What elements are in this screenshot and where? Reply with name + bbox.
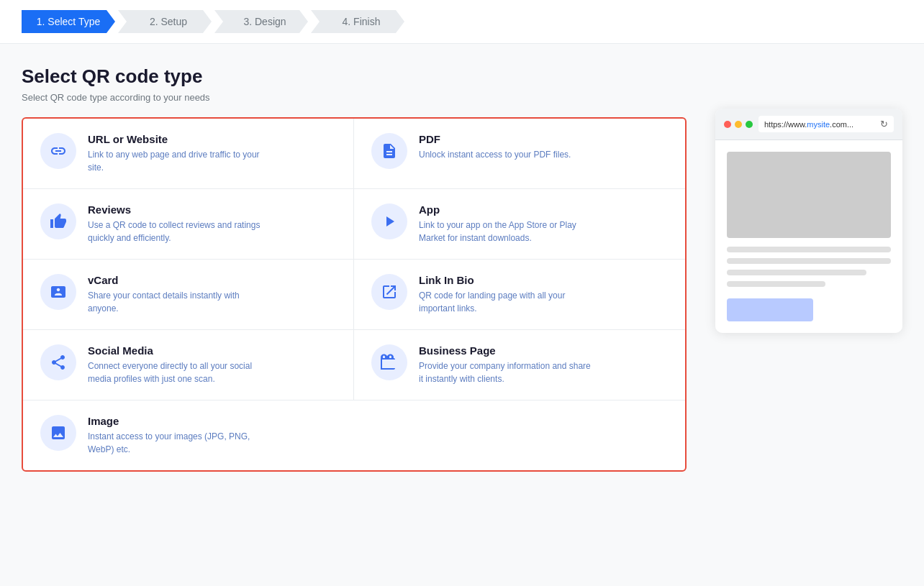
qr-item-businesspage[interactable]: Business Page Provide your company infor… — [354, 330, 685, 400]
link-icon — [50, 142, 67, 160]
qr-grid-wrapper: URL or Website Link to any web page and … — [22, 117, 687, 472]
linkinbio-item-text: Link In Bio QR code for landing page wit… — [419, 274, 592, 315]
socialmedia-desc: Connect everyone directly to all your so… — [88, 360, 261, 385]
browser-bar: https://www.mysite.com... ↻ — [715, 109, 902, 140]
qr-item-url[interactable]: URL or Website Link to any web page and … — [23, 119, 354, 189]
url-text: https://www.mysite.com... — [764, 120, 853, 129]
socialmedia-icon-circle — [40, 344, 76, 380]
traffic-light-green — [746, 121, 753, 128]
vcard-icon-circle — [40, 274, 76, 310]
pdf-icon — [381, 142, 398, 160]
preview-line-1 — [727, 247, 891, 252]
qr-item-vcard[interactable]: vCard Share your contact details instant… — [23, 260, 354, 330]
reviews-icon-circle — [40, 203, 76, 239]
step-2[interactable]: 2. Setup — [118, 10, 212, 33]
url-desc: Link to any web page and drive traffic t… — [88, 148, 261, 174]
preview-line-4 — [727, 281, 825, 287]
qr-item-image[interactable]: Image Instant access to your images (JPG… — [23, 400, 685, 470]
app-title: App — [419, 203, 592, 216]
url-highlight: mysite — [807, 120, 830, 129]
socialmedia-title: Social Media — [88, 344, 261, 357]
socialmedia-item-text: Social Media Connect everyone directly t… — [88, 344, 261, 385]
main-container: Select QR code type Select QR code type … — [0, 44, 924, 586]
vcard-item-text: vCard Share your contact details instant… — [88, 274, 261, 315]
app-item-text: App Link to your app on the App Store or… — [419, 203, 592, 244]
url-bar: https://www.mysite.com... ↻ — [758, 116, 894, 132]
image-desc: Instant access to your images (JPG, PNG,… — [88, 430, 261, 456]
reviews-item-text: Reviews Use a QR code to collect reviews… — [88, 203, 261, 244]
vcard-title: vCard — [88, 274, 261, 286]
traffic-light-red — [724, 121, 731, 128]
businesspage-item-text: Business Page Provide your company infor… — [419, 344, 592, 385]
thumbsup-icon — [50, 213, 67, 230]
qr-type-grid: URL or Website Link to any web page and … — [23, 119, 685, 470]
browser-mockup: https://www.mysite.com... ↻ — [715, 109, 902, 333]
linkinbio-desc: QR code for landing page with all your i… — [419, 289, 592, 315]
pdf-desc: Unlock instant access to your PDF files. — [419, 148, 571, 161]
businesspage-title: Business Page — [419, 344, 592, 357]
reviews-title: Reviews — [88, 203, 261, 216]
pdf-icon-circle — [371, 133, 407, 169]
right-preview: https://www.mysite.com... ↻ — [715, 65, 902, 564]
play-icon — [381, 213, 398, 230]
businesspage-icon-circle — [371, 344, 407, 380]
page-subtitle: Select QR code type according to your ne… — [22, 92, 687, 103]
image-icon-circle — [40, 415, 76, 451]
briefcase-icon — [381, 354, 398, 371]
reviews-desc: Use a QR code to collect reviews and rat… — [88, 219, 261, 244]
browser-content — [715, 140, 902, 333]
step-4[interactable]: 4. Finish — [311, 10, 404, 33]
external-link-icon — [381, 283, 398, 301]
vcard-icon — [50, 283, 67, 301]
stepper: 1. Select Type 2. Setup 3. Design 4. Fin… — [0, 0, 924, 44]
preview-cta-button — [727, 298, 813, 321]
qr-item-linkinbio[interactable]: Link In Bio QR code for landing page wit… — [354, 260, 685, 330]
image-item-text: Image Instant access to your images (JPG… — [88, 415, 261, 456]
preview-image — [727, 152, 891, 238]
traffic-light-yellow — [735, 121, 742, 128]
preview-line-2 — [727, 258, 891, 264]
qr-item-pdf[interactable]: PDF Unlock instant access to your PDF fi… — [354, 119, 685, 189]
page-title: Select QR code type — [22, 65, 687, 88]
preview-line-3 — [727, 270, 866, 275]
url-icon-circle — [40, 133, 76, 169]
qr-item-socialmedia[interactable]: Social Media Connect everyone directly t… — [23, 330, 354, 400]
share-icon — [50, 354, 67, 371]
vcard-desc: Share your contact details instantly wit… — [88, 289, 261, 315]
left-content: Select QR code type Select QR code type … — [22, 65, 687, 564]
traffic-lights — [724, 121, 753, 128]
image-title: Image — [88, 415, 261, 427]
qr-item-app[interactable]: App Link to your app on the App Store or… — [354, 189, 685, 260]
pdf-item-text: PDF Unlock instant access to your PDF fi… — [419, 133, 571, 161]
linkinbio-title: Link In Bio — [419, 274, 592, 286]
step-3[interactable]: 3. Design — [214, 10, 308, 33]
linkinbio-icon-circle — [371, 274, 407, 310]
pdf-title: PDF — [419, 133, 571, 145]
step-1[interactable]: 1. Select Type — [22, 10, 115, 33]
url-title: URL or Website — [88, 133, 261, 145]
reload-icon: ↻ — [880, 119, 888, 129]
app-icon-circle — [371, 203, 407, 239]
app-desc: Link to your app on the App Store or Pla… — [419, 219, 592, 244]
businesspage-desc: Provide your company information and sha… — [419, 360, 592, 385]
url-item-text: URL or Website Link to any web page and … — [88, 133, 261, 174]
qr-item-reviews[interactable]: Reviews Use a QR code to collect reviews… — [23, 189, 354, 260]
image-icon — [50, 424, 67, 441]
